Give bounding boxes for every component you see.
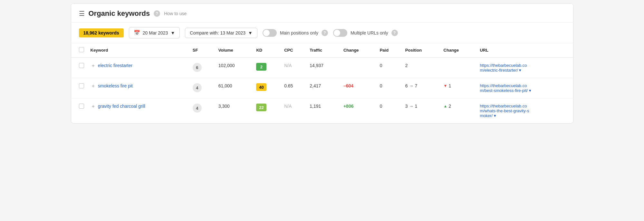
keyword-cell: + smokeless fire pit: [87, 78, 189, 98]
select-all-checkbox-cell: [71, 43, 87, 57]
pos-change-value: 1: [449, 83, 451, 88]
url-link[interactable]: https://thebarbecuelab.com/electric-fire…: [480, 63, 563, 73]
header: ☰ Organic keywords ? How to use: [71, 4, 573, 23]
hamburger-icon[interactable]: ☰: [79, 10, 85, 17]
row-checkbox-cell: [71, 78, 87, 98]
row-checkbox[interactable]: [79, 63, 84, 68]
how-to-use-link[interactable]: How to use: [164, 11, 187, 16]
chevron-down-icon-compare: ▼: [248, 30, 253, 35]
kd-cell: 22: [253, 98, 281, 124]
row-checkbox[interactable]: [79, 83, 84, 88]
add-keyword-icon[interactable]: +: [91, 104, 96, 109]
kd-badge: 22: [256, 104, 266, 111]
cpc-cell: N/A: [281, 98, 306, 124]
arrow-up-icon: ▲: [444, 104, 447, 108]
position-cell: 2: [402, 57, 440, 78]
change-cell: +806: [340, 98, 377, 124]
url-link[interactable]: https://thebarbecuelab.com/best-smokeles…: [480, 83, 563, 93]
sf-badge: 4: [193, 104, 202, 113]
th-traffic: Traffic: [306, 43, 340, 57]
cpc-cell: 0.65: [281, 78, 306, 98]
th-change: Change: [340, 43, 377, 57]
row-checkbox-cell: [71, 98, 87, 124]
keyword-link[interactable]: gravity fed charcoal grill: [98, 104, 145, 109]
sf-badge: 4: [193, 83, 202, 92]
cpc-value: N/A: [284, 63, 292, 68]
url-cell: https://thebarbecuelab.com/whats-the-bes…: [476, 98, 573, 124]
th-sf: SF: [189, 43, 215, 57]
keywords-table-wrap: Keyword SF Volume KD CPC Traffic Change …: [71, 43, 573, 123]
select-all-checkbox[interactable]: [79, 47, 84, 52]
th-volume: Volume: [215, 43, 253, 57]
keyword-link[interactable]: electric firestarter: [98, 63, 132, 68]
help-icon[interactable]: ?: [154, 10, 160, 17]
page-title: Organic keywords: [89, 9, 150, 18]
keywords-table: Keyword SF Volume KD CPC Traffic Change …: [71, 43, 573, 123]
paid-cell: 0: [377, 57, 402, 78]
paid-cell: 0: [377, 78, 402, 98]
add-keyword-icon[interactable]: +: [91, 63, 96, 69]
main-positions-help-icon[interactable]: ?: [322, 30, 328, 36]
multiple-urls-help-icon[interactable]: ?: [391, 30, 398, 36]
traffic-cell: 14,937: [306, 57, 340, 78]
position-cell: 3 → 1: [402, 98, 440, 124]
th-keyword: Keyword: [87, 43, 189, 57]
th-paid: Paid: [377, 43, 402, 57]
position-change-cell: ▲2: [440, 98, 477, 124]
table-row: + smokeless fire pit 461,000400.652,417–…: [71, 78, 573, 98]
volume-cell: 102,000: [215, 57, 253, 78]
url-cell: https://thebarbecuelab.com/best-smokeles…: [476, 78, 573, 98]
sf-cell: 6: [189, 57, 215, 78]
sf-cell: 4: [189, 78, 215, 98]
th-pos-change: Change: [440, 43, 477, 57]
position-change-cell: ▼1: [440, 78, 477, 98]
add-keyword-icon[interactable]: +: [91, 83, 96, 89]
chevron-down-icon: ▼: [170, 30, 175, 35]
multiple-urls-toggle[interactable]: [333, 29, 347, 37]
keyword-link[interactable]: smokeless fire pit: [98, 83, 133, 88]
paid-cell: 0: [377, 98, 402, 124]
kd-badge: 40: [256, 83, 266, 91]
compare-label: Compare with: 13 Mar 2023: [190, 30, 245, 35]
compare-button[interactable]: Compare with: 13 Mar 2023 ▼: [185, 28, 257, 38]
url-link[interactable]: https://thebarbecuelab.com/whats-the-bes…: [480, 104, 563, 118]
keyword-cell: + electric firestarter: [87, 57, 189, 78]
date-label: 20 Mar 2023: [143, 30, 168, 35]
change-cell: [340, 57, 377, 78]
calendar-icon: 📅: [134, 30, 140, 36]
th-cpc: CPC: [281, 43, 306, 57]
main-positions-toggle[interactable]: [263, 29, 277, 37]
change-value: +806: [343, 104, 354, 109]
main-positions-label: Main positions only: [280, 30, 318, 35]
volume-cell: 3,300: [215, 98, 253, 124]
change-cell: –604: [340, 78, 377, 98]
volume-cell: 61,000: [215, 78, 253, 98]
url-cell: https://thebarbecuelab.com/electric-fire…: [476, 57, 573, 78]
keyword-cell: + gravity fed charcoal grill: [87, 98, 189, 124]
cpc-value: 0.65: [284, 83, 293, 88]
cpc-cell: N/A: [281, 57, 306, 78]
position-cell: 6 → 7: [402, 78, 440, 98]
kd-cell: 40: [253, 78, 281, 98]
position-change-cell: [440, 57, 477, 78]
sf-cell: 4: [189, 98, 215, 124]
arrow-down-icon: ▼: [444, 84, 447, 88]
multiple-urls-label: Multiple URLs only: [351, 30, 388, 35]
main-container: ☰ Organic keywords ? How to use 18,962 k…: [71, 3, 573, 124]
table-header-row: Keyword SF Volume KD CPC Traffic Change …: [71, 43, 573, 57]
traffic-cell: 2,417: [306, 78, 340, 98]
th-url: URL: [476, 43, 573, 57]
date-picker-button[interactable]: 📅 20 Mar 2023 ▼: [129, 27, 180, 38]
th-kd: KD: [253, 43, 281, 57]
kd-cell: 2: [253, 57, 281, 78]
row-checkbox[interactable]: [79, 104, 84, 109]
position-value: 3 → 1: [405, 104, 417, 109]
pos-change-value: 2: [449, 104, 451, 109]
main-positions-toggle-group: Main positions only ?: [263, 29, 328, 37]
cpc-value: N/A: [284, 104, 292, 109]
sf-badge: 6: [193, 63, 202, 72]
table-row: + electric firestarter 6102,0002N/A14,93…: [71, 57, 573, 78]
toolbar: 18,962 keywords 📅 20 Mar 2023 ▼ Compare …: [71, 23, 573, 43]
traffic-cell: 1,191: [306, 98, 340, 124]
position-value: 6 → 7: [405, 83, 417, 88]
